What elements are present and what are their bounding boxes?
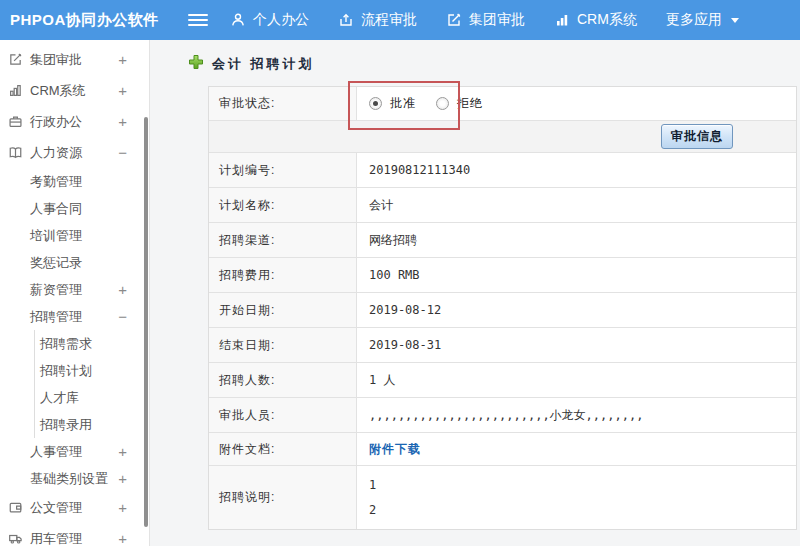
sidebar-item-label: 招聘计划 [40, 362, 149, 380]
sidebar-item-label: 考勤管理 [30, 173, 149, 191]
form-row-headcount: 招聘人数: 1 人 [209, 363, 796, 398]
bar-chart-icon [8, 83, 23, 98]
sidebar-item-crm[interactable]: CRM系统 + [0, 75, 149, 106]
sidebar-item-rewards[interactable]: 奖惩记录 [0, 249, 149, 276]
topbar: PHPOA协同办公软件 个人办公 流程审批 集团审批 [0, 0, 800, 40]
sidebar-item-vehicle[interactable]: 用车管理 + [0, 523, 149, 546]
form-row-approvers: 审批人员: ,,,,,,,,,,,,,,,,,,,,,,,,,小龙女,,,,,,… [209, 398, 796, 433]
person-icon [230, 12, 246, 28]
truck-icon [8, 531, 23, 546]
expand-toggle[interactable]: + [118, 530, 127, 546]
bar-chart-icon [554, 12, 570, 28]
radio-approve-label: 批准 [390, 95, 416, 112]
expand-toggle[interactable]: + [118, 51, 127, 68]
expand-toggle[interactable]: − [118, 308, 127, 325]
description-line: 1 [369, 478, 376, 492]
sidebar-item-admin-office[interactable]: 行政办公 + [0, 106, 149, 137]
field-label: 附件文档: [209, 433, 357, 465]
field-value: 1 人 [357, 363, 796, 397]
nav-label: 流程审批 [361, 11, 417, 29]
sidebar-item-talent-pool[interactable]: 人才库 [0, 384, 149, 411]
app-title: PHPOA协同办公软件 [0, 11, 188, 30]
sidebar-item-group-approval[interactable]: 集团审批 + [0, 44, 149, 75]
nav-workflow-approval[interactable]: 流程审批 [338, 11, 417, 29]
form-row-cost: 招聘费用: 100 RMB [209, 258, 796, 293]
sidebar-item-label: 招聘管理 [30, 308, 149, 326]
recruit-plan-form: 审批状态: 批准 拒绝 审批信息 计划编号: 20190812111340 [208, 86, 797, 530]
sidebar-item-label: 奖惩记录 [30, 254, 149, 272]
hamburger-icon[interactable] [188, 14, 208, 26]
field-value: ,,,,,,,,,,,,,,,,,,,,,,,,,小龙女,,,,,,,, [357, 398, 796, 432]
sidebar-item-salary[interactable]: 薪资管理 + [0, 276, 149, 303]
briefcase-icon [8, 114, 23, 129]
sidebar: 集团审批 + CRM系统 + 行政办公 + 人力资源 − [0, 40, 150, 546]
sidebar-item-personnel[interactable]: 人事管理 + [0, 438, 149, 465]
sidebar-item-label: 公文管理 [30, 499, 149, 517]
page-title: 会计 招聘计划 [212, 55, 315, 73]
sidebar-item-hr-contract[interactable]: 人事合同 [0, 195, 149, 222]
caret-down-icon [731, 18, 739, 23]
field-label: 审批人员: [209, 398, 357, 432]
edit-icon [446, 12, 462, 28]
form-row-channel: 招聘渠道: 网络招聘 [209, 223, 796, 258]
attachment-download-link[interactable]: 附件下载 [369, 441, 421, 458]
sidebar-item-base-category[interactable]: 基础类别设置 + [0, 465, 149, 492]
sidebar-item-label: 用车管理 [30, 530, 149, 546]
field-value: 20190812111340 [357, 153, 796, 187]
nav-crm-system[interactable]: CRM系统 [554, 11, 637, 29]
document-icon [8, 500, 23, 515]
sidebar-item-label: 行政办公 [30, 113, 149, 131]
book-icon [8, 145, 23, 160]
radio-reject-label: 拒绝 [457, 95, 483, 112]
nav-label: 更多应用 [666, 11, 722, 29]
sidebar-item-training[interactable]: 培训管理 [0, 222, 149, 249]
nav-more-apps[interactable]: 更多应用 [666, 11, 739, 29]
workflow-icon [338, 12, 354, 28]
field-label: 审批状态: [209, 87, 357, 120]
sidebar-item-documents[interactable]: 公文管理 + [0, 492, 149, 523]
field-label: 招聘渠道: [209, 223, 357, 257]
radio-approve[interactable] [369, 97, 382, 110]
sidebar-item-label: CRM系统 [30, 82, 149, 100]
sidebar-item-recruit-plan[interactable]: 招聘计划 [0, 357, 149, 384]
sidebar-item-human-resources[interactable]: 人力资源 − [0, 137, 149, 168]
form-row-plan-name: 计划名称: 会计 [209, 188, 796, 223]
description-line: 2 [369, 503, 376, 517]
sidebar-item-label: 人力资源 [30, 144, 149, 162]
nav-personal-office[interactable]: 个人办公 [230, 11, 309, 29]
form-row-end-date: 结束日期: 2019-08-31 [209, 328, 796, 363]
expand-toggle[interactable]: + [118, 470, 127, 487]
expand-toggle[interactable]: + [118, 82, 127, 99]
field-label: 计划名称: [209, 188, 357, 222]
sidebar-item-label: 人事管理 [30, 443, 149, 461]
expand-toggle[interactable]: − [118, 144, 127, 161]
nav-group-approval[interactable]: 集团审批 [446, 11, 525, 29]
sidebar-item-label: 薪资管理 [30, 281, 149, 299]
sidebar-item-recruit-hire[interactable]: 招聘录用 [0, 411, 149, 438]
sidebar-item-label: 人才库 [40, 389, 149, 407]
form-row-plan-number: 计划编号: 20190812111340 [209, 153, 796, 188]
sidebar-item-recruitment[interactable]: 招聘管理 − [0, 303, 149, 330]
field-label: 招聘人数: [209, 363, 357, 397]
edit-icon [8, 52, 23, 67]
plus-icon [188, 54, 204, 74]
sidebar-item-label: 培训管理 [30, 227, 149, 245]
sidebar-item-label: 人事合同 [30, 200, 149, 218]
expand-toggle[interactable]: + [118, 499, 127, 516]
sidebar-item-label: 招聘需求 [40, 335, 149, 353]
field-value: 2019-08-12 [357, 293, 796, 327]
approve-info-button[interactable]: 审批信息 [661, 124, 733, 149]
sidebar-scrollbar[interactable] [144, 117, 148, 527]
expand-toggle[interactable]: + [118, 443, 127, 460]
top-nav: 个人办公 流程审批 集团审批 CRM系统 更多应用 [230, 11, 768, 29]
form-row-description: 招聘说明: 1 2 [209, 466, 796, 529]
field-label: 招聘说明: [209, 466, 357, 529]
radio-reject[interactable] [436, 97, 449, 110]
sidebar-item-attendance[interactable]: 考勤管理 [0, 168, 149, 195]
form-row-attachment: 附件文档: 附件下载 [209, 433, 796, 466]
expand-toggle[interactable]: + [118, 281, 127, 298]
expand-toggle[interactable]: + [118, 113, 127, 130]
field-label: 开始日期: [209, 293, 357, 327]
form-row-status: 审批状态: 批准 拒绝 [209, 87, 796, 121]
sidebar-item-recruit-demand[interactable]: 招聘需求 [0, 330, 149, 357]
